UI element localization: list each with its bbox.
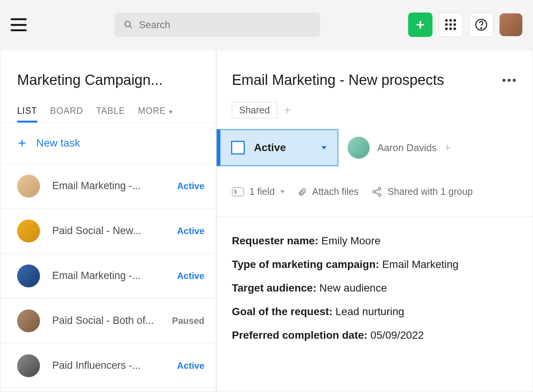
- task-list: Email Marketing -... Active Paid Social …: [0, 164, 216, 392]
- status-checkbox[interactable]: [231, 141, 245, 155]
- task-status: Paused: [172, 316, 204, 326]
- apps-grid-icon: [445, 19, 456, 30]
- chevron-down-icon: [280, 190, 285, 193]
- plus-icon: [17, 138, 27, 148]
- status-selector[interactable]: Active: [217, 129, 338, 166]
- svg-line-11: [375, 189, 378, 191]
- help-icon: [475, 18, 488, 31]
- task-status: Active: [177, 271, 204, 281]
- assignee-avatar: [348, 137, 370, 159]
- meta-row: 1 field Attach files Shared with 1 group: [217, 179, 533, 217]
- task-row[interactable]: Paid Social - Both of... Paused: [0, 298, 216, 343]
- search-input[interactable]: [139, 19, 311, 31]
- fields-button[interactable]: 1 field: [232, 186, 285, 197]
- add-assignee-button[interactable]: +: [444, 141, 451, 154]
- plus-icon: [415, 19, 426, 30]
- tab-board[interactable]: BOARD: [50, 106, 83, 123]
- task-avatar: [17, 220, 40, 242]
- chevron-down-icon: [321, 146, 327, 150]
- attach-label: Attach files: [312, 186, 359, 197]
- task-avatar: [17, 265, 40, 287]
- share-button[interactable]: Shared with 1 group: [372, 186, 473, 197]
- more-menu-icon[interactable]: •••: [502, 74, 517, 87]
- field-count-label: 1 field: [249, 186, 275, 197]
- field-audience: Target audience: New audience: [232, 282, 517, 294]
- view-tabs: LIST BOARD TABLE MORE▼: [0, 88, 216, 123]
- shared-pill[interactable]: Shared: [232, 102, 277, 118]
- tab-more[interactable]: MORE▼: [138, 106, 174, 123]
- task-avatar: [17, 175, 40, 198]
- apps-button[interactable]: [439, 13, 463, 37]
- svg-point-5: [481, 27, 482, 28]
- tab-list[interactable]: LIST: [17, 106, 37, 123]
- assignee-name: Aaron Davids: [377, 142, 437, 154]
- task-title: Paid Social - New...: [52, 225, 165, 237]
- task-avatar: [17, 354, 40, 377]
- left-pane: Marketing Campaign... LIST BOARD TABLE M…: [0, 49, 216, 392]
- svg-line-1: [129, 26, 132, 28]
- field-type: Type of marketing campaign: Email Market…: [232, 258, 517, 271]
- field-requester: Requester name: Emily Moore: [232, 235, 517, 247]
- field-goal: Goal of the request: Lead nurturing: [232, 306, 517, 318]
- user-avatar[interactable]: [499, 13, 522, 36]
- help-button[interactable]: [469, 13, 493, 37]
- svg-point-10: [378, 193, 381, 196]
- task-status: Active: [177, 360, 204, 371]
- task-title: Email Marketing -...: [52, 180, 165, 192]
- shared-row: Shared +: [217, 88, 533, 129]
- attach-button[interactable]: Attach files: [298, 186, 359, 197]
- task-status: Active: [177, 181, 204, 191]
- task-title: Paid Influencers -...: [52, 360, 165, 371]
- task-avatar: [17, 309, 40, 332]
- svg-point-8: [378, 187, 381, 190]
- search-wrap: [33, 13, 402, 37]
- new-task-label: New task: [36, 137, 80, 149]
- task-row[interactable]: Paid Social - New... Active: [0, 209, 216, 253]
- paperclip-icon: [298, 186, 307, 197]
- field-date: Preferred completion date: 05/09/2022: [232, 329, 517, 341]
- project-title: Marketing Campaign...: [0, 50, 216, 88]
- status-label: Active: [254, 142, 312, 154]
- assignee[interactable]: Aaron Davids +: [348, 137, 451, 159]
- task-title: Paid Social - Both of...: [52, 315, 160, 327]
- search-box[interactable]: [115, 13, 320, 37]
- svg-line-12: [375, 192, 378, 194]
- topbar: [0, 0, 533, 49]
- field-icon: [232, 187, 244, 196]
- add-shared-button[interactable]: +: [284, 103, 291, 117]
- status-assignee-row: Active Aaron Davids +: [217, 129, 533, 179]
- create-button[interactable]: [408, 13, 432, 37]
- main-content: Marketing Campaign... LIST BOARD TABLE M…: [0, 49, 533, 392]
- shared-with-label: Shared with 1 group: [388, 186, 473, 197]
- task-row[interactable]: Paid Influencers -... Active: [0, 343, 216, 388]
- detail-title-row: Email Marketing - New prospects •••: [217, 50, 533, 88]
- svg-point-9: [373, 190, 376, 193]
- chevron-down-icon: ▼: [168, 109, 174, 115]
- task-row[interactable]: Email Marketing -... Active: [0, 164, 216, 209]
- task-row[interactable]: Email Marketing -... Active: [0, 253, 216, 298]
- detail-title: Email Marketing - New prospects: [232, 72, 502, 88]
- right-pane: Email Marketing - New prospects ••• Shar…: [216, 49, 533, 392]
- new-task-button[interactable]: New task: [0, 123, 216, 164]
- share-icon: [372, 186, 382, 197]
- search-icon: [124, 20, 133, 30]
- task-title: Email Marketing -...: [52, 270, 165, 282]
- hamburger-menu[interactable]: [11, 18, 27, 31]
- svg-point-0: [125, 21, 130, 27]
- tab-table[interactable]: TABLE: [96, 106, 125, 123]
- task-status: Active: [177, 226, 204, 236]
- detail-body: Requester name: Emily Moore Type of mark…: [217, 217, 533, 341]
